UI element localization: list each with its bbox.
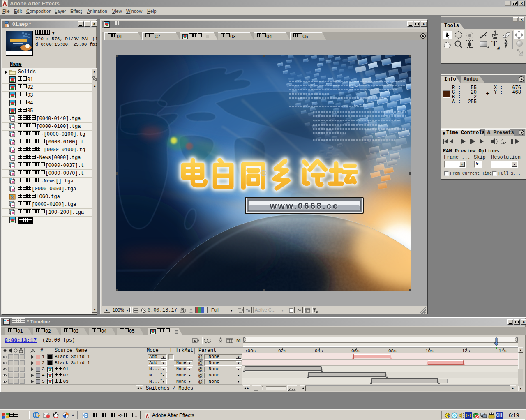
svg-text:www.0668.cc: www.0668.cc <box>270 201 339 210</box>
